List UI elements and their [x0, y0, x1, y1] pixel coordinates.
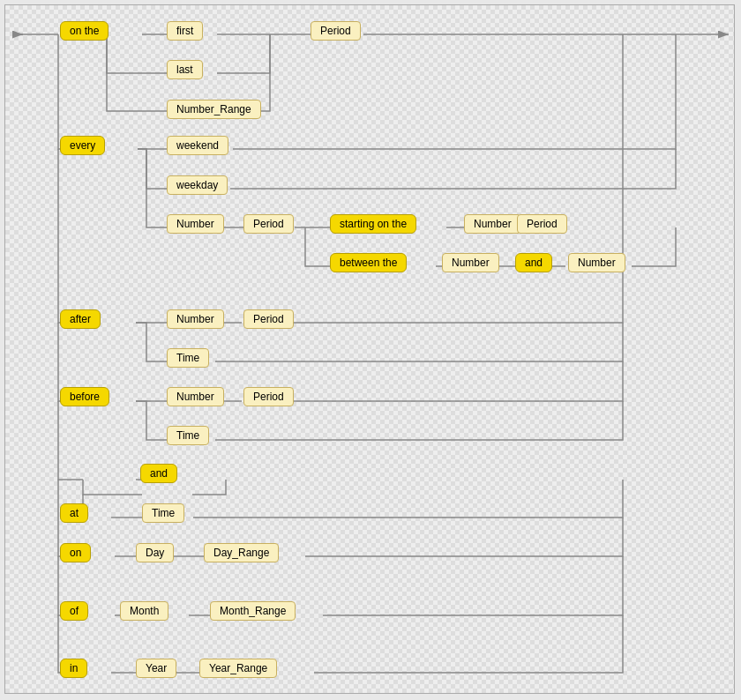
time-token-1: Time — [167, 348, 209, 368]
weekend-token: weekend — [167, 136, 228, 155]
number-token-3: Number — [442, 253, 499, 272]
number-range-token: Number_Range — [167, 100, 261, 119]
month-range-token: Month_Range — [210, 601, 296, 621]
period-token-1: Period — [311, 21, 361, 41]
day-token: Day — [136, 543, 174, 562]
of-token: of — [60, 601, 88, 621]
number-token-1: Number — [167, 214, 224, 234]
year-range-token: Year_Range — [199, 659, 277, 678]
period-token-5: Period — [243, 387, 294, 406]
weekday-token: weekday — [167, 175, 228, 195]
after-token: after — [60, 309, 101, 329]
every-token: every — [60, 136, 105, 155]
number-token-6: Number — [167, 387, 224, 406]
period-token-4: Period — [243, 309, 294, 329]
number-token-2: Number — [464, 214, 521, 234]
time-token-2: Time — [167, 426, 209, 445]
starting-on-the-token: starting on the — [330, 214, 416, 234]
first-token: first — [167, 21, 203, 41]
on-the-token: on the — [60, 21, 109, 41]
between-the-token: between the — [330, 253, 407, 272]
month-token: Month — [120, 601, 168, 621]
at-token: at — [60, 503, 88, 523]
on-token: on — [60, 543, 91, 562]
last-token: last — [167, 60, 203, 79]
year-token: Year — [136, 659, 176, 678]
and-token-1: and — [515, 253, 552, 272]
number-token-4: Number — [568, 253, 625, 272]
day-range-token: Day_Range — [204, 543, 279, 562]
in-token: in — [60, 659, 87, 678]
before-token: before — [60, 387, 109, 406]
number-token-5: Number — [167, 309, 224, 329]
and-token-2: and — [140, 464, 177, 483]
period-token-3: Period — [517, 214, 567, 234]
period-token-2: Period — [243, 214, 294, 234]
time-token-3: Time — [142, 503, 184, 523]
